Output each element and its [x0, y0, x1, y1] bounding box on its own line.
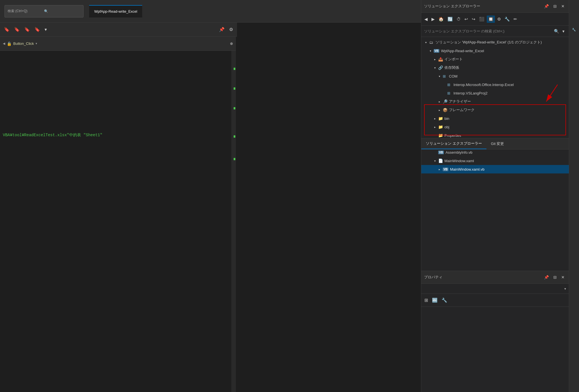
- editor-scrollbar[interactable]: [231, 51, 236, 392]
- vb-badge-project: VB: [434, 49, 439, 53]
- tree-interop-vslang[interactable]: ⊞ Interop.VSLangProj2: [421, 89, 569, 97]
- code-line-empty-3: [0, 65, 236, 73]
- se-back-icon[interactable]: ◀: [423, 16, 429, 23]
- obj-icon: 📁: [438, 125, 443, 129]
- editor-content: VBA¥tool¥ReadExcelTest.xlsx"中的表 "Sheet1": [0, 51, 236, 392]
- close-panel-icon[interactable]: ✕: [560, 3, 566, 9]
- se-search-settings-icon[interactable]: ▾: [561, 28, 566, 35]
- editor-toolbar: 🔖 🔖 🔖 🔖 ▾ 📌 ⚙: [0, 23, 237, 37]
- com-icon: ⊞: [443, 74, 448, 78]
- settings-icon[interactable]: ⚙: [227, 26, 235, 33]
- se-tab-solution[interactable]: ソリューション エクスプローラー: [421, 138, 486, 149]
- minimap-bar-3: [234, 107, 235, 109]
- se-search-icon[interactable]: 🔍: [554, 29, 559, 34]
- bookmark-icon-3[interactable]: 🔖: [23, 26, 32, 33]
- right-sidebar-item[interactable]: 🔧: [571, 25, 577, 34]
- properties-panel: プロパティ 📌 ⊟ ✕ ▾ ⊞ 🔤 🔧: [421, 271, 569, 392]
- tree-arrow-mainwindow-vb: [437, 167, 442, 171]
- se-refresh-icon[interactable]: ↩: [463, 16, 470, 23]
- pin-icon[interactable]: 📌: [217, 26, 226, 33]
- dropdown-arrow-icon[interactable]: ▾: [43, 26, 49, 33]
- tree-arrow-analyzer: [437, 99, 442, 104]
- prop-sort-icon[interactable]: 🔤: [431, 296, 439, 304]
- interop-excel-icon: ⊞: [447, 83, 452, 87]
- interop-excel-label: Interop.Microsoft.Office.Interop.Excel: [453, 83, 514, 87]
- properties-dropdown-icon[interactable]: ▾: [564, 287, 566, 291]
- method-name-label: Button_Click: [13, 41, 34, 46]
- se-forward-icon[interactable]: ▶: [430, 16, 436, 23]
- com-label: COM: [449, 74, 457, 78]
- solution-root-icon: 🗂: [429, 40, 434, 45]
- tree-project[interactable]: VB WpfApp-Read-write_Excel: [421, 47, 569, 55]
- prop-grid-icon[interactable]: ⊞: [423, 296, 429, 304]
- dependencies-label: 依存関係: [444, 65, 459, 70]
- code-line-empty-5: [0, 80, 236, 87]
- method-dropdown[interactable]: ◀ 🔒 Button_Click ▾ ⊕: [0, 41, 236, 46]
- se-sync-icon[interactable]: 🔄: [446, 16, 454, 23]
- se-search-placeholder[interactable]: ソリューション エクスプローラー の検索 (Ctrl+;): [424, 29, 552, 34]
- tree-analyzer[interactable]: 🔎 アナライザー: [421, 97, 569, 106]
- tree-arrow-dependencies: [433, 65, 437, 70]
- import-label: インポート: [444, 57, 463, 62]
- se-properties-icon[interactable]: ✏: [512, 16, 519, 23]
- properties-label: Properties: [444, 133, 461, 138]
- search-box[interactable]: 検索 (Ctrl+Q) 🔍: [5, 5, 84, 17]
- interop-vslang-icon: ⊞: [447, 91, 452, 95]
- solution-explorer-titlebar: ソリューション エクスプローラー 📌 ⊟ ✕: [421, 0, 569, 13]
- tree-import[interactable]: 📤 インポート: [421, 55, 569, 63]
- bookmark-icon-2[interactable]: 🔖: [12, 26, 21, 33]
- se-settings-icon[interactable]: ⚙: [496, 16, 502, 23]
- tree-framework[interactable]: 📦 フレームワーク: [421, 106, 569, 114]
- assembly-label: AssemblyInfo.vb: [446, 150, 472, 155]
- vb-badge-mainwindow: VB: [443, 168, 448, 171]
- tree-mainwindow-xaml[interactable]: 📄 MainWindow.xaml: [421, 157, 569, 165]
- tree-bin[interactable]: 📁 bin: [421, 114, 569, 123]
- tree-solution-root[interactable]: 🗂 ソリューション 'WpfApp-Read-write_Excel' (1/1…: [421, 38, 569, 47]
- search-icon: 🔍: [44, 9, 80, 13]
- se-refresh-icon-2[interactable]: ↪: [470, 16, 477, 23]
- tree-dependencies[interactable]: 🔗 依存関係: [421, 63, 569, 72]
- analyzer-icon: 🔎: [443, 99, 448, 104]
- properties-toolbar: ⊞ 🔤 🔧: [421, 294, 569, 307]
- nav-left-arrow: ◀: [3, 42, 5, 45]
- import-icon: 📤: [438, 57, 443, 61]
- se-home-icon[interactable]: 🏠: [437, 16, 445, 23]
- auto-hide-icon[interactable]: ⊟: [552, 3, 558, 9]
- properties-auto-hide-icon[interactable]: ⊟: [552, 274, 558, 280]
- pin-window-icon[interactable]: 📌: [543, 3, 550, 9]
- bookmark-icon-4[interactable]: 🔖: [33, 26, 42, 33]
- se-tools-icon[interactable]: 🔧: [503, 16, 511, 23]
- se-clock-icon[interactable]: ⏱: [455, 16, 462, 23]
- vb-badge-assembly: VB: [438, 151, 444, 154]
- mainwindow-xaml-icon: 📄: [438, 158, 443, 163]
- active-tab[interactable]: WpfApp-Read-write_Excel: [89, 5, 142, 17]
- tree-mainwindow-vb[interactable]: VB MainWindow.xaml.vb: [421, 165, 569, 173]
- properties-pin-icon[interactable]: 📌: [543, 274, 550, 280]
- code-line-empty-2: [0, 58, 236, 65]
- analyzer-label: アナライザー: [449, 99, 471, 104]
- minimap-bar-2: [234, 87, 235, 90]
- prop-wrench-icon[interactable]: 🔧: [440, 296, 449, 304]
- solution-root-label: ソリューション 'WpfApp-Read-write_Excel' (1/1 の…: [435, 40, 542, 45]
- se-expand-icon[interactable]: 🔲: [487, 16, 495, 23]
- se-bottom-tabs: ソリューション エクスプローラー Git 変更: [421, 138, 569, 149]
- project-label: WpfApp-Read-write_Excel: [441, 49, 484, 53]
- solution-explorer-search-bar: ソリューション エクスプローラー の検索 (Ctrl+;) 🔍 ▾: [421, 26, 569, 37]
- se-layout-icon[interactable]: ⬛: [478, 16, 486, 23]
- tree-arrow-solution: [424, 40, 428, 45]
- code-line-empty-1: [0, 51, 236, 58]
- tree-interop-excel[interactable]: ⊞ Interop.Microsoft.Office.Interop.Excel: [421, 80, 569, 89]
- bookmark-icon[interactable]: 🔖: [2, 26, 11, 33]
- tree-com[interactable]: ⊞ COM: [421, 72, 569, 80]
- tree-arrow-project: [428, 49, 433, 53]
- split-view-icon[interactable]: ⊕: [230, 41, 233, 46]
- properties-close-icon[interactable]: ✕: [560, 274, 566, 280]
- tree-arrow-com: [437, 74, 442, 78]
- se-tab-git[interactable]: Git 変更: [486, 138, 508, 149]
- tree-arrow-import: [433, 57, 437, 61]
- minimap-bar-1: [234, 68, 235, 70]
- tree-arrow-bin: [433, 116, 437, 121]
- code-line-empty-7: [0, 95, 236, 102]
- bin-icon: 📁: [438, 116, 443, 121]
- tree-obj[interactable]: 📁 obj: [421, 123, 569, 131]
